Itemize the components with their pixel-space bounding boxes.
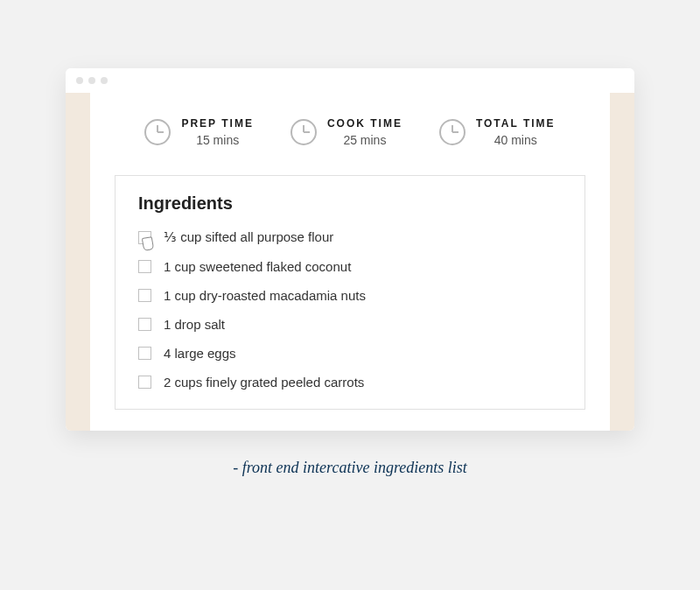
clock-icon xyxy=(144,119,171,145)
ingredient-text: 2 cups finely grated peeled carrots xyxy=(164,375,364,390)
clock-icon xyxy=(439,119,466,145)
ingredient-row[interactable]: 1 cup sweetened flaked coconut xyxy=(138,259,562,274)
window-control-dot[interactable] xyxy=(76,77,83,84)
right-sideband xyxy=(610,93,634,431)
window-control-dot[interactable] xyxy=(88,77,95,84)
cook-time-value: 25 mins xyxy=(343,133,386,147)
ingredient-checkbox[interactable] xyxy=(138,318,151,331)
left-sideband xyxy=(66,93,90,431)
ingredients-title: Ingredients xyxy=(138,193,562,214)
browser-window: PREP TIME 15 mins COOK TIME 25 mins TOTA… xyxy=(66,68,634,431)
cook-time-block: COOK TIME 25 mins xyxy=(290,117,402,147)
ingredient-row[interactable]: ⅓ cup sifted all purpose flour xyxy=(138,229,562,245)
main-content: PREP TIME 15 mins COOK TIME 25 mins TOTA… xyxy=(90,93,610,431)
ingredient-checkbox[interactable] xyxy=(138,289,151,302)
prep-time-text: PREP TIME 15 mins xyxy=(181,117,253,147)
clock-icon xyxy=(290,119,317,145)
ingredient-checkbox[interactable] xyxy=(138,231,151,244)
content-area: PREP TIME 15 mins COOK TIME 25 mins TOTA… xyxy=(66,93,634,431)
ingredient-row[interactable]: 1 drop salt xyxy=(138,317,562,332)
ingredient-text: 4 large eggs xyxy=(164,346,236,361)
window-control-dot[interactable] xyxy=(101,77,108,84)
ingredients-panel: Ingredients ⅓ cup sifted all purpose flo… xyxy=(115,175,585,410)
ingredient-text: 1 drop salt xyxy=(164,317,225,332)
window-titlebar xyxy=(66,68,634,93)
ingredient-text: 1 cup dry-roasted macadamia nuts xyxy=(164,288,366,303)
ingredient-row[interactable]: 1 cup dry-roasted macadamia nuts xyxy=(138,288,562,303)
recipe-times: PREP TIME 15 mins COOK TIME 25 mins TOTA… xyxy=(90,117,610,147)
ingredient-text: 1 cup sweetened flaked coconut xyxy=(164,259,351,274)
total-time-block: TOTAL TIME 40 mins xyxy=(439,117,556,147)
ingredient-checkbox[interactable] xyxy=(138,260,151,273)
total-time-label: TOTAL TIME xyxy=(476,117,556,130)
cook-time-text: COOK TIME 25 mins xyxy=(327,117,402,147)
prep-time-value: 15 mins xyxy=(196,133,239,147)
prep-time-label: PREP TIME xyxy=(181,117,253,130)
ingredient-row[interactable]: 4 large eggs xyxy=(138,346,562,361)
ingredient-text: ⅓ cup sifted all purpose flour xyxy=(164,229,333,245)
prep-time-block: PREP TIME 15 mins xyxy=(144,117,253,147)
image-caption: - front end intercative ingredients list xyxy=(233,459,466,477)
total-time-value: 40 mins xyxy=(494,133,537,147)
ingredient-row[interactable]: 2 cups finely grated peeled carrots xyxy=(138,375,562,390)
total-time-text: TOTAL TIME 40 mins xyxy=(476,117,556,147)
cook-time-label: COOK TIME xyxy=(327,117,402,130)
ingredient-checkbox[interactable] xyxy=(138,376,151,389)
ingredient-checkbox[interactable] xyxy=(138,347,151,360)
